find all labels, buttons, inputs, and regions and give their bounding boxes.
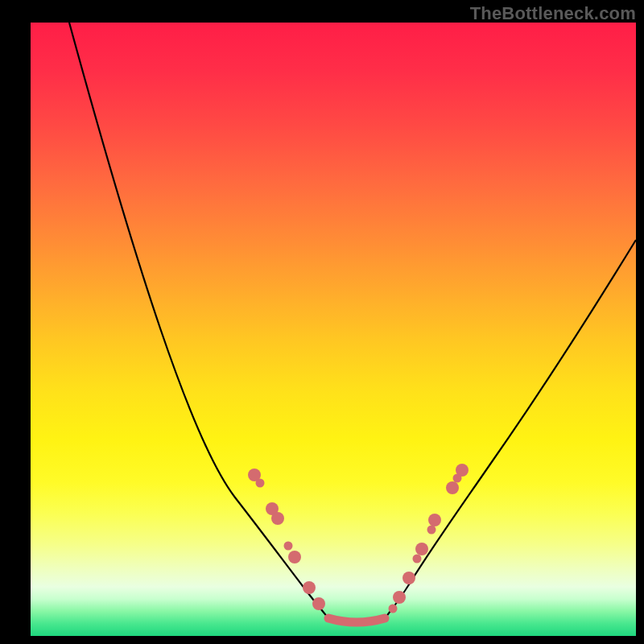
- watermark-text: TheBottleneck.com: [470, 3, 636, 24]
- right-curve-path: [385, 240, 636, 618]
- markers-right-dot-4: [427, 526, 436, 535]
- bottom-arc-path: [328, 618, 385, 622]
- markers-left-dot-7: [312, 597, 325, 610]
- markers-right-dot-3: [428, 514, 441, 526]
- markers-left-dot-6: [303, 581, 316, 594]
- markers-right-dot-5: [415, 543, 428, 555]
- chart-stage: TheBottleneck.com: [0, 0, 644, 644]
- markers-right-dot-7: [402, 572, 415, 584]
- markers-right-dot-1: [453, 474, 462, 483]
- markers-right-dot-6: [413, 555, 422, 564]
- markers-right-dot-8: [393, 591, 406, 604]
- left-curve-path: [69, 23, 328, 618]
- plot-area: [31, 23, 636, 636]
- markers-right-dot-9: [389, 605, 398, 613]
- chart-overlay: [31, 23, 636, 636]
- markers-right-dot-2: [446, 481, 459, 494]
- markers-right: [389, 464, 469, 613]
- markers-left-dot-3: [271, 512, 284, 525]
- markers-left: [248, 469, 325, 610]
- markers-left-dot-1: [256, 479, 265, 488]
- markers-left-dot-5: [288, 551, 301, 564]
- markers-left-dot-4: [284, 542, 293, 551]
